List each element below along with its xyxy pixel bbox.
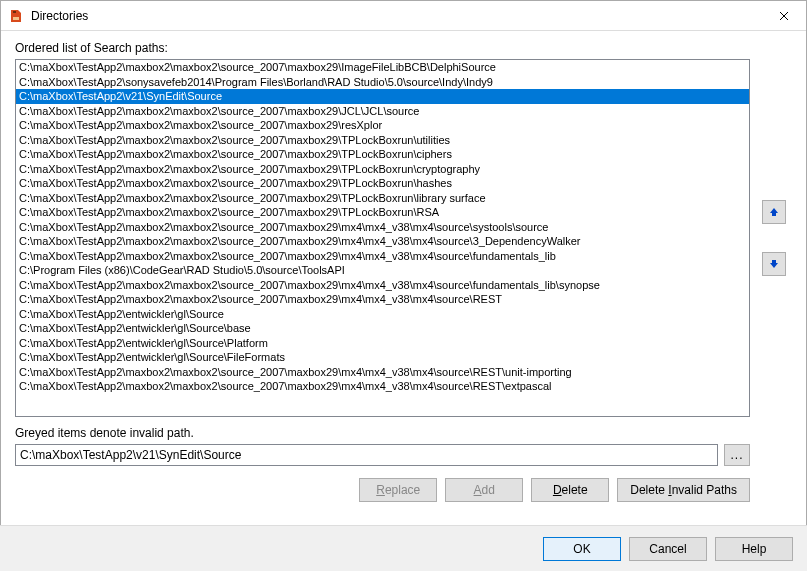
list-item[interactable]: C:\maXbox\TestApp2\maxbox2\maxbox2\sourc… bbox=[16, 191, 749, 206]
add-button[interactable]: Add bbox=[445, 478, 523, 502]
list-item[interactable]: C:\maXbox\TestApp2\maxbox2\maxbox2\sourc… bbox=[16, 234, 749, 249]
dialog-footer: OK Cancel Help bbox=[0, 525, 807, 571]
svg-rect-2 bbox=[13, 17, 19, 20]
list-item[interactable]: C:\maXbox\TestApp2\maxbox2\maxbox2\sourc… bbox=[16, 104, 749, 119]
list-item[interactable]: C:\maXbox\TestApp2\maxbox2\maxbox2\sourc… bbox=[16, 118, 749, 133]
window-title: Directories bbox=[31, 9, 88, 23]
help-button[interactable]: Help bbox=[715, 537, 793, 561]
move-up-button[interactable] bbox=[762, 200, 786, 224]
list-item[interactable]: C:\Program Files (x86)\CodeGear\RAD Stud… bbox=[16, 263, 749, 278]
move-down-button[interactable] bbox=[762, 252, 786, 276]
cancel-button[interactable]: Cancel bbox=[629, 537, 707, 561]
list-item[interactable]: C:\maXbox\TestApp2\maxbox2\maxbox2\sourc… bbox=[16, 205, 749, 220]
list-item[interactable]: C:\maXbox\TestApp2\maxbox2\maxbox2\sourc… bbox=[16, 292, 749, 307]
list-item[interactable]: C:\maXbox\TestApp2\v21\SynEdit\Source bbox=[16, 89, 749, 104]
list-item[interactable]: C:\maXbox\TestApp2\maxbox2\maxbox2\sourc… bbox=[16, 133, 749, 148]
list-item[interactable]: C:\maXbox\TestApp2\maxbox2\maxbox2\sourc… bbox=[16, 379, 749, 394]
replace-label-rest: eplace bbox=[385, 483, 420, 497]
list-item[interactable]: C:\maXbox\TestApp2\maxbox2\maxbox2\sourc… bbox=[16, 220, 749, 235]
greyed-items-label: Greyed items denote invalid path. bbox=[15, 426, 792, 440]
close-button[interactable] bbox=[761, 1, 806, 31]
browse-button[interactable]: ... bbox=[724, 444, 750, 466]
list-item[interactable]: C:\maXbox\TestApp2\maxbox2\maxbox2\sourc… bbox=[16, 147, 749, 162]
path-input[interactable] bbox=[15, 444, 718, 466]
list-item[interactable]: C:\maXbox\TestApp2\maxbox2\maxbox2\sourc… bbox=[16, 162, 749, 177]
delete-button[interactable]: Delete bbox=[531, 478, 609, 502]
titlebar: Directories bbox=[1, 1, 806, 31]
list-item[interactable]: C:\maXbox\TestApp2\entwickler\gl\Source\… bbox=[16, 321, 749, 336]
svg-rect-1 bbox=[13, 11, 16, 13]
list-item[interactable]: C:\maXbox\TestApp2\maxbox2\maxbox2\sourc… bbox=[16, 365, 749, 380]
search-paths-listbox[interactable]: C:\maXbox\TestApp2\maxbox2\maxbox2\sourc… bbox=[15, 59, 750, 417]
ordered-list-label: Ordered list of Search paths: bbox=[15, 41, 792, 55]
app-icon bbox=[7, 7, 25, 25]
reorder-arrows bbox=[756, 59, 792, 417]
list-item[interactable]: C:\maXbox\TestApp2\sonysavefeb2014\Progr… bbox=[16, 75, 749, 90]
list-item[interactable]: C:\maXbox\TestApp2\maxbox2\maxbox2\sourc… bbox=[16, 249, 749, 264]
list-item[interactable]: C:\maXbox\TestApp2\entwickler\gl\Source\… bbox=[16, 336, 749, 351]
delete-invalid-paths-button[interactable]: Delete Invalid Paths bbox=[617, 478, 750, 502]
list-item[interactable]: C:\maXbox\TestApp2\entwickler\gl\Source bbox=[16, 307, 749, 322]
ok-button[interactable]: OK bbox=[543, 537, 621, 561]
replace-button[interactable]: Replace bbox=[359, 478, 437, 502]
list-item[interactable]: C:\maXbox\TestApp2\entwickler\gl\Source\… bbox=[16, 350, 749, 365]
list-item[interactable]: C:\maXbox\TestApp2\maxbox2\maxbox2\sourc… bbox=[16, 60, 749, 75]
list-item[interactable]: C:\maXbox\TestApp2\maxbox2\maxbox2\sourc… bbox=[16, 176, 749, 191]
list-item[interactable]: C:\maXbox\TestApp2\maxbox2\maxbox2\sourc… bbox=[16, 278, 749, 293]
